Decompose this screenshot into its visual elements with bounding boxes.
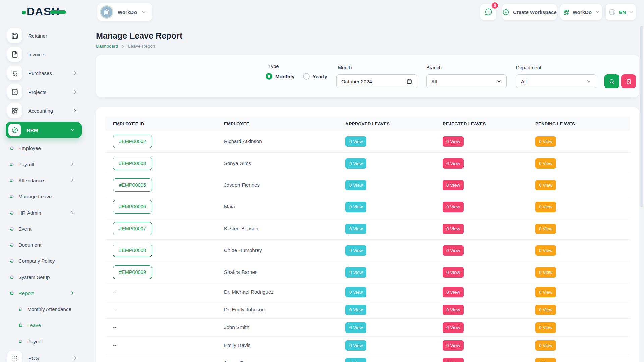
chevron-right-icon — [70, 162, 75, 167]
rejected-leaves-cell: 0 View — [435, 224, 528, 234]
department-select[interactable]: All — [516, 74, 596, 88]
rejected-leaves-view-button[interactable]: 0 View — [443, 305, 464, 315]
sidebar-item-retainer[interactable]: Retainer — [0, 28, 87, 43]
rejected-leaves-view-button[interactable]: 0 View — [443, 340, 464, 351]
pending-leaves-view-button[interactable]: 0 View — [535, 224, 556, 234]
rejected-leaves-view-button[interactable]: 0 View — [443, 267, 464, 278]
approved-leaves-view-button[interactable]: 0 View — [345, 358, 366, 362]
approved-leaves-view-button[interactable]: 0 View — [345, 224, 366, 234]
employee-id-button[interactable]: #EMP00003 — [113, 157, 152, 170]
sidebar-item-attendance[interactable]: Attendance — [0, 174, 87, 187]
sidebar-item-projects[interactable]: Projects — [0, 84, 87, 99]
sidebar-item-employee[interactable]: Employee — [0, 141, 87, 155]
pending-leaves-cell: 0 View — [528, 340, 630, 351]
messages-button[interactable]: 0 — [480, 4, 496, 20]
sidebar-item-label: Leave — [27, 322, 41, 328]
rejected-leaves-view-button[interactable]: 0 View — [443, 224, 464, 234]
type-radio-yearly[interactable]: Yearly — [303, 73, 335, 80]
approved-leaves-view-button[interactable]: 0 View — [345, 136, 366, 147]
rejected-leaves-view-button[interactable]: 0 View — [443, 180, 464, 190]
sidebar-item-event[interactable]: Event — [0, 222, 87, 235]
pending-leaves-view-button[interactable]: 0 View — [535, 202, 556, 212]
approved-leaves-view-button[interactable]: 0 View — [345, 202, 366, 212]
rejected-leaves-view-button[interactable]: 0 View — [443, 202, 464, 212]
sidebar-item-invoice[interactable]: Invoice — [0, 47, 87, 62]
sidebar-item-company-policy[interactable]: Company Policy — [0, 254, 87, 267]
sidebar-item-hr-admin[interactable]: HR Admin — [0, 206, 87, 219]
chevron-right-icon — [70, 162, 75, 167]
approved-leaves-view-button[interactable]: 0 View — [345, 322, 366, 333]
employee-name: Shafira Barnes — [224, 269, 257, 275]
search-button[interactable] — [604, 74, 619, 88]
approved-leaves-view-button[interactable]: 0 View — [345, 180, 366, 190]
type-radio-monthly[interactable]: Monthly — [266, 73, 303, 80]
rejected-leaves-view-button[interactable]: 0 View — [443, 287, 464, 297]
pending-leaves-view-button[interactable]: 0 View — [535, 245, 556, 256]
breadcrumb-dashboard-link[interactable]: Dashboard — [96, 44, 118, 49]
chevron-down-icon — [496, 79, 502, 84]
breadcrumb: Dashboard Leave Report — [96, 44, 639, 49]
chevron-right-icon — [70, 210, 75, 215]
approved-leaves-cell: 0 View — [338, 358, 435, 362]
create-workspace-button[interactable]: Create Workspace — [502, 4, 557, 20]
employee-id-cell: -- — [105, 324, 216, 330]
calendar-icon — [406, 78, 412, 84]
employee-id-button[interactable]: #EMP00009 — [113, 265, 152, 279]
sidebar-item-label: Document — [18, 242, 41, 248]
employee-id-button[interactable]: #EMP00006 — [113, 200, 152, 214]
sidebar-item-accounting[interactable]: Accounting — [0, 103, 87, 118]
radio-checked-icon — [266, 73, 272, 80]
scrollbar-thumb[interactable] — [640, 26, 643, 207]
pending-leaves-view-button[interactable]: 0 View — [535, 340, 556, 351]
sidebar-item-monthly-attendance[interactable]: Monthly Attendance — [0, 302, 87, 316]
pending-leaves-view-button[interactable]: 0 View — [535, 158, 556, 169]
pending-leaves-view-button[interactable]: 0 View — [535, 136, 556, 147]
page-scrollbar[interactable] — [639, 0, 644, 362]
language-selector[interactable]: EN — [606, 4, 636, 20]
approved-leaves-view-button[interactable]: 0 View — [345, 245, 366, 256]
approved-leaves-view-button[interactable]: 0 View — [345, 340, 366, 351]
employee-id-cell: #EMP00007 — [105, 222, 216, 235]
approved-leaves-cell: 0 View — [338, 180, 435, 190]
employee-id-button[interactable]: #EMP00005 — [113, 178, 152, 192]
workspace-selector[interactable]: WorkDo — [97, 3, 152, 21]
sidebar-item-hrm[interactable]: HRM — [6, 122, 82, 138]
sidebar-item-label: Event — [18, 226, 31, 232]
pending-leaves-view-button[interactable]: 0 View — [535, 267, 556, 278]
sidebar-item-purchases[interactable]: Purchases — [0, 66, 87, 80]
pending-leaves-view-button[interactable]: 0 View — [535, 287, 556, 297]
approved-leaves-cell: 0 View — [338, 340, 435, 351]
approved-leaves-view-button[interactable]: 0 View — [345, 267, 366, 278]
month-input[interactable] — [336, 74, 417, 88]
export-report-button[interactable] — [621, 74, 636, 88]
rejected-leaves-view-button[interactable]: 0 View — [443, 136, 464, 147]
sidebar-item-leave[interactable]: Leave — [0, 318, 87, 332]
employee-id-button[interactable]: #EMP00008 — [113, 244, 152, 257]
rejected-leaves-view-button[interactable]: 0 View — [443, 158, 464, 169]
approved-leaves-view-button[interactable]: 0 View — [345, 287, 366, 297]
app-switcher-button[interactable]: WorkDo — [560, 4, 602, 20]
pending-leaves-cell: 0 View — [528, 287, 630, 297]
rejected-leaves-view-button[interactable]: 0 View — [443, 322, 464, 333]
rejected-leaves-view-button[interactable]: 0 View — [443, 245, 464, 256]
employee-id-button[interactable]: #EMP00007 — [113, 222, 152, 235]
sidebar-item-payroll[interactable]: Payroll — [0, 158, 87, 171]
employee-id-button[interactable]: #EMP00002 — [113, 135, 152, 148]
pending-leaves-view-button[interactable]: 0 View — [535, 322, 556, 333]
sidebar-item-document[interactable]: Document — [0, 238, 87, 251]
approved-leaves-view-button[interactable]: 0 View — [345, 305, 366, 315]
pending-leaves-view-button[interactable]: 0 View — [535, 358, 556, 362]
sidebar-item-report[interactable]: Report — [0, 286, 87, 300]
sidebar-item-payroll[interactable]: Payroll — [0, 335, 87, 348]
approved-leaves-view-button[interactable]: 0 View — [345, 158, 366, 169]
sidebar-item-label: POS — [28, 355, 39, 361]
pending-leaves-view-button[interactable]: 0 View — [535, 180, 556, 190]
sidebar-item-manage-leave[interactable]: Manage Leave — [0, 190, 87, 203]
month-input-value[interactable] — [341, 79, 404, 84]
branch-select[interactable]: All — [426, 74, 507, 88]
column-header-approved-leaves: APPROVED LEAVES — [338, 121, 435, 126]
pending-leaves-view-button[interactable]: 0 View — [535, 305, 556, 315]
sidebar-item-system-setup[interactable]: System Setup — [0, 270, 87, 284]
rejected-leaves-view-button[interactable]: 0 View — [443, 358, 464, 362]
sidebar-item-pos[interactable]: POS — [0, 351, 87, 362]
